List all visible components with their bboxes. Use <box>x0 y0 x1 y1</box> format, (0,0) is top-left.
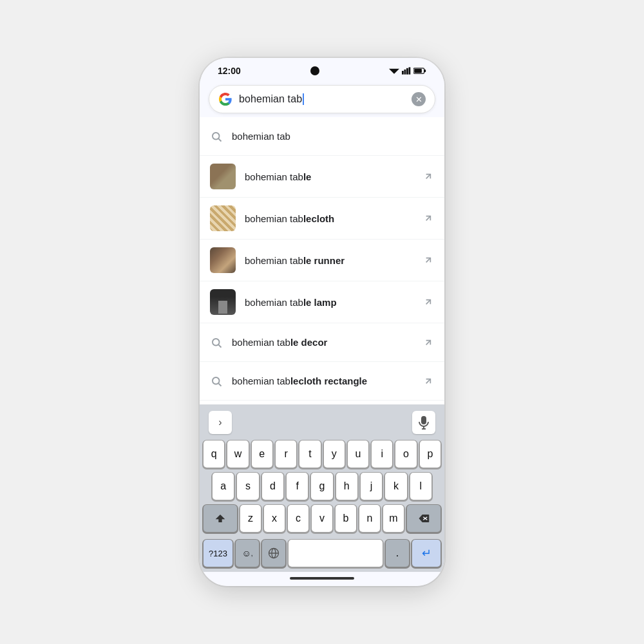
suggestion-thumbnail <box>210 247 236 273</box>
status-icons <box>389 66 426 75</box>
key-m[interactable]: m <box>383 505 404 532</box>
svg-line-19 <box>426 379 431 383</box>
search-bar-container: bohemian tab ✕ <box>200 80 444 113</box>
key-row-1: q w e r t y u i o p <box>204 440 440 468</box>
home-bar <box>290 577 354 580</box>
key-d[interactable]: d <box>262 473 283 500</box>
key-123[interactable]: ?123 <box>204 540 232 567</box>
suggestion-text: bohemian tablecloth <box>245 213 422 224</box>
arrow-icon <box>422 296 434 308</box>
key-t[interactable]: t <box>299 440 320 468</box>
key-i[interactable]: i <box>372 440 392 468</box>
suggestion-text: bohemian table lamp <box>245 297 422 308</box>
svg-line-16 <box>426 340 431 345</box>
arrow-icon <box>422 213 434 224</box>
key-enter[interactable]: ↵ <box>412 540 440 567</box>
suggestion-item[interactable]: bohemian table <box>200 156 444 198</box>
suggestion-item[interactable]: bohemian table decor <box>200 323 444 362</box>
suggestion-item[interactable]: bohemian tablecloth <box>200 198 444 240</box>
key-b[interactable]: b <box>336 505 356 532</box>
suggestion-thumbnail <box>210 164 236 189</box>
svg-line-11 <box>426 216 431 221</box>
key-z[interactable]: z <box>240 505 261 532</box>
key-j[interactable]: j <box>361 473 382 500</box>
svg-rect-1 <box>402 71 404 75</box>
wifi-icon <box>389 66 399 75</box>
key-h[interactable]: h <box>336 473 357 500</box>
key-c[interactable]: c <box>288 505 308 532</box>
status-bar: 12:00 <box>200 58 444 80</box>
suggestion-thumbnail <box>210 205 236 231</box>
svg-rect-7 <box>414 69 422 73</box>
key-w[interactable]: w <box>227 440 248 468</box>
search-icon <box>210 130 223 143</box>
key-row-2: a s d f g h j k l <box>204 473 440 500</box>
suggestion-item[interactable]: bohemian table lamp <box>200 281 444 323</box>
suggestion-text: bohemian table <box>245 171 422 182</box>
key-s[interactable]: s <box>237 473 258 500</box>
search-bar[interactable]: bohemian tab ✕ <box>209 85 435 113</box>
suggestion-text: bohemian table decor <box>232 337 422 348</box>
key-q[interactable]: q <box>204 440 224 468</box>
svg-point-17 <box>213 377 220 384</box>
key-space[interactable] <box>289 540 383 567</box>
signal-icon <box>402 66 411 75</box>
arrow-icon <box>422 375 434 387</box>
svg-point-8 <box>213 133 220 140</box>
home-indicator <box>200 572 444 586</box>
keyboard-toolbar: › <box>202 407 442 438</box>
arrow-icon <box>422 171 434 182</box>
camera-notch <box>310 66 319 75</box>
arrow-icon <box>422 254 434 266</box>
suggestion-thumbnail <box>210 289 236 315</box>
key-emoji[interactable]: ☺, <box>236 540 259 567</box>
key-v[interactable]: v <box>312 505 332 532</box>
svg-line-10 <box>426 175 431 179</box>
suggestion-item[interactable]: bohemian tablecloth rectangle <box>200 362 444 401</box>
key-f[interactable]: f <box>287 473 308 500</box>
key-period[interactable]: . <box>386 540 409 567</box>
key-u[interactable]: u <box>348 440 368 468</box>
key-o[interactable]: o <box>395 440 416 468</box>
keyboard-rows: q w e r t y u i o p a s d f g h j k <box>202 438 442 535</box>
key-g[interactable]: g <box>311 473 332 500</box>
key-p[interactable]: p <box>420 440 440 468</box>
clear-button[interactable]: ✕ <box>412 92 426 106</box>
phone-frame: 12:00 <box>200 58 444 586</box>
svg-line-18 <box>218 383 221 386</box>
svg-rect-4 <box>409 67 411 74</box>
suggestion-item[interactable]: bohemian table runner <box>200 240 444 281</box>
key-x[interactable]: x <box>264 505 285 532</box>
suggestion-text: bohemian table runner <box>245 255 422 266</box>
arrow-icon <box>422 337 434 348</box>
svg-line-9 <box>218 138 221 141</box>
bottom-row: ?123 ☺, . ↵ <box>202 540 442 567</box>
svg-line-13 <box>426 300 431 305</box>
key-l[interactable]: l <box>410 473 431 500</box>
key-shift[interactable] <box>204 505 237 532</box>
key-a[interactable]: a <box>213 473 234 500</box>
svg-rect-2 <box>404 70 406 75</box>
key-r[interactable]: r <box>276 440 296 468</box>
svg-rect-3 <box>406 68 408 75</box>
key-delete[interactable] <box>407 505 440 532</box>
key-e[interactable]: e <box>252 440 272 468</box>
suggestion-item[interactable]: bohemian tab <box>200 117 444 156</box>
key-globe[interactable] <box>262 540 285 567</box>
svg-line-12 <box>426 258 431 263</box>
status-time: 12:00 <box>218 66 241 76</box>
key-n[interactable]: n <box>359 505 380 532</box>
key-y[interactable]: y <box>324 440 345 468</box>
keyboard-toolbar-arrow[interactable]: › <box>209 411 232 434</box>
suggestion-text: bohemian tab <box>232 131 434 142</box>
keyboard-mic-button[interactable] <box>412 411 435 434</box>
search-icon <box>210 375 223 388</box>
svg-rect-6 <box>424 70 426 72</box>
search-input[interactable]: bohemian tab <box>239 93 412 106</box>
suggestion-text: bohemian tablecloth rectangle <box>232 375 422 386</box>
svg-rect-26 <box>421 416 426 424</box>
google-logo <box>218 92 232 106</box>
suggestions-list: bohemian tab bohemian table bohemian tab… <box>200 117 444 404</box>
battery-icon <box>413 67 426 75</box>
key-k[interactable]: k <box>385 473 406 500</box>
